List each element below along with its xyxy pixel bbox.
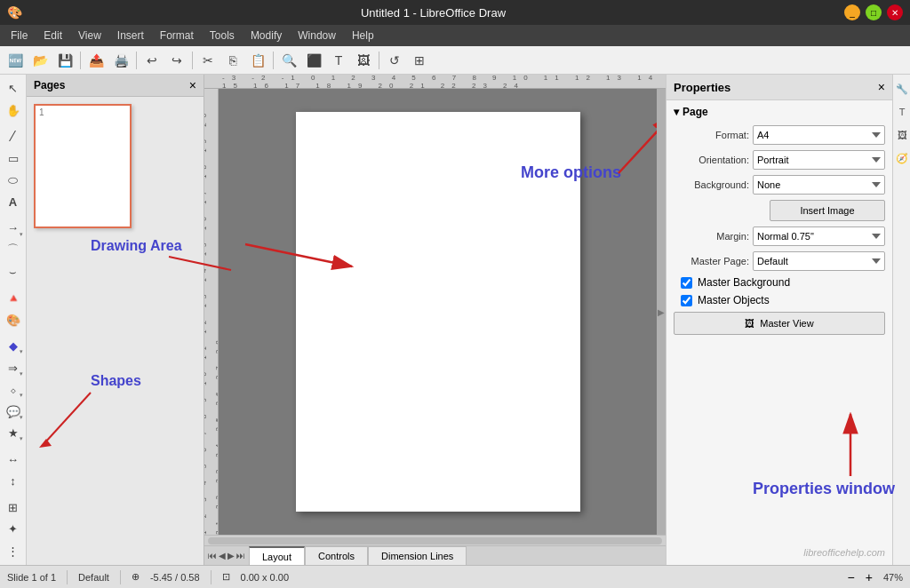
tab-dimension-lines[interactable]: Dimension Lines — [368, 546, 467, 566]
gallery-icon[interactable]: 🖼 — [895, 124, 909, 146]
margin-select[interactable]: Normal 0.75" None Custom — [753, 226, 885, 246]
position-info: -5.45 / 0.58 — [150, 572, 200, 583]
export-button[interactable]: 📤 — [84, 49, 108, 72]
cut-button[interactable]: ✂ — [196, 49, 220, 72]
menu-window[interactable]: Window — [291, 28, 343, 44]
collapse-icon[interactable]: ▾ — [674, 106, 679, 118]
close-properties[interactable]: × — [878, 80, 885, 94]
connector-tool[interactable]: ⌒ — [3, 240, 24, 261]
undo-button[interactable]: ↩ — [140, 49, 164, 72]
menu-insert[interactable]: Insert — [110, 28, 151, 44]
slide-info: Slide 1 of 1 — [7, 572, 56, 583]
open-button[interactable]: 📂 — [28, 49, 52, 72]
drawing-canvas[interactable]: More options — [219, 89, 657, 535]
block-arrow-tool[interactable]: ⇒▾ — [3, 357, 24, 378]
ellipse-tool[interactable]: ⬭ — [3, 170, 24, 191]
paste-button[interactable]: 📋 — [246, 49, 269, 72]
properties-icon[interactable]: 🔧 — [895, 78, 909, 99]
menu-file[interactable]: File — [4, 28, 35, 44]
flowchart-tool[interactable]: ⬦▾ — [3, 379, 24, 401]
pages-title: Pages — [34, 79, 65, 91]
master-view-label: Master View — [760, 318, 813, 329]
position-icon: ⊕ — [132, 571, 140, 583]
select-tool[interactable]: ↖ — [3, 78, 24, 99]
page-number: 1 — [39, 107, 44, 117]
callout-tool[interactable]: 💬▾ — [3, 401, 24, 422]
line-tool[interactable]: ⁄ — [3, 126, 24, 147]
background-select[interactable]: None Color Gradient — [753, 175, 885, 195]
redo-button[interactable]: ↪ — [165, 49, 188, 72]
main-area: ↖ ✋ ⁄ ▭ ⬭ A →▾ ⌒ ⌣ 🔺 🎨 ◆▾ ⇒▾ ⬦▾ 💬▾ ★▾ ↔ … — [0, 75, 910, 565]
minimize-button[interactable]: _ — [844, 4, 860, 20]
menu-edit[interactable]: Edit — [36, 28, 69, 44]
more-options-arrow — [619, 115, 657, 173]
tab-prev[interactable]: ◀ — [219, 551, 226, 560]
master-background-label: Master Background — [698, 276, 790, 289]
master-view-button[interactable]: 🖼 Master View — [674, 312, 885, 335]
curve-tool[interactable]: ⌣ — [3, 261, 24, 282]
insert-image-button[interactable]: Insert Image — [770, 200, 885, 221]
gluepoint-tool[interactable]: ✦ — [3, 519, 24, 540]
new-button[interactable]: 🆕 — [4, 49, 27, 72]
menu-tools[interactable]: Tools — [203, 28, 242, 44]
text-button[interactable]: T — [327, 49, 350, 72]
save-button[interactable]: 💾 — [53, 49, 76, 72]
master-background-checkbox[interactable] — [681, 277, 692, 289]
arrow-tool[interactable]: →▾ — [3, 218, 24, 239]
snap-tool[interactable]: ⊞ — [3, 497, 24, 518]
copy-button[interactable]: ⎘ — [221, 49, 244, 72]
collapse-handle-right[interactable]: ▶ — [657, 89, 666, 535]
orientation-select[interactable]: Portrait Landscape — [753, 150, 885, 170]
zoom-out-button[interactable]: − — [848, 570, 855, 584]
tab-first[interactable]: ⏮ — [208, 551, 217, 560]
menu-help[interactable]: Help — [345, 28, 381, 44]
close-pages-panel[interactable]: × — [189, 78, 196, 92]
page-canvas[interactable] — [296, 112, 580, 512]
dimensions-info: 0.00 x 0.00 — [241, 572, 289, 583]
select-button[interactable]: ⬛ — [302, 49, 325, 72]
master-page-row: Master Page: Default — [674, 251, 885, 271]
menu-format[interactable]: Format — [153, 28, 201, 44]
zoom-button[interactable]: 🔍 — [277, 49, 300, 72]
app-icon: 🎨 — [7, 5, 22, 20]
pan-tool[interactable]: ✋ — [3, 100, 24, 122]
tab-last[interactable]: ⏭ — [236, 551, 245, 560]
image-button[interactable]: 🖼 — [352, 49, 375, 72]
flip-h-tool[interactable]: ↔ — [3, 449, 24, 470]
master-page-select[interactable]: Default — [753, 251, 885, 271]
sep4 — [273, 52, 274, 69]
rotate-button[interactable]: ↺ — [383, 49, 406, 72]
canvas-area[interactable]: 1 2 3 4 5 6 7 8 9 10 11 12 13 14 15 16 1… — [204, 89, 666, 535]
shapes-tool[interactable]: ◆▾ — [3, 336, 24, 357]
zoom-in-button[interactable]: + — [866, 570, 873, 584]
pages-content[interactable]: 1 — [27, 97, 204, 565]
tab-controls[interactable]: Controls — [305, 546, 368, 566]
page-thumbnail-1[interactable]: 1 — [34, 104, 132, 228]
rect-tool[interactable]: ▭ — [3, 148, 24, 170]
orientation-label: Orientation: — [674, 155, 749, 165]
menu-view[interactable]: View — [71, 28, 108, 44]
tab-layout[interactable]: Layout — [249, 546, 305, 566]
horizontal-scrollbar[interactable] — [204, 535, 666, 545]
more-tools[interactable]: ⋮ — [3, 540, 24, 561]
zoom-level: 47% — [883, 572, 903, 583]
master-objects-checkbox[interactable] — [681, 295, 692, 306]
tab-next[interactable]: ▶ — [228, 551, 235, 560]
color-tool[interactable]: 🎨 — [3, 309, 24, 330]
print-button[interactable]: 🖨️ — [109, 49, 132, 72]
sep3 — [192, 52, 193, 69]
menu-modify[interactable]: Modify — [243, 28, 289, 44]
star-tool[interactable]: ★▾ — [3, 423, 24, 444]
flip-v-tool[interactable]: ↕ — [3, 471, 24, 492]
maximize-button[interactable]: □ — [866, 4, 882, 20]
text-tool[interactable]: A — [3, 192, 24, 213]
navigator-icon[interactable]: 🧭 — [895, 147, 909, 169]
align-button[interactable]: ⊞ — [408, 49, 431, 72]
text-properties-icon[interactable]: T — [895, 101, 909, 123]
format-select[interactable]: A4 A3 Letter — [753, 125, 885, 145]
margin-row: Margin: Normal 0.75" None Custom — [674, 226, 885, 246]
close-button[interactable]: ✕ — [887, 4, 903, 20]
section-page: ▾ Page — [674, 106, 885, 118]
tab-navigation: ⏮ ◀ ▶ ⏭ — [204, 551, 249, 560]
fill-tool[interactable]: 🔺 — [3, 288, 24, 309]
